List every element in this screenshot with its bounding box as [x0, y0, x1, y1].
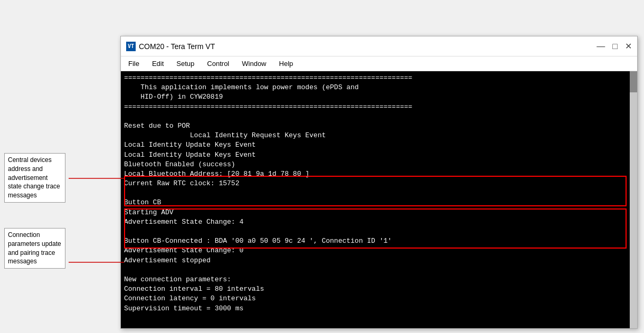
- menu-edit[interactable]: Edit: [150, 59, 166, 69]
- terminal-content: ========================================…: [124, 73, 634, 323]
- close-button[interactable]: ✕: [625, 42, 632, 51]
- scrollbar[interactable]: [630, 71, 637, 328]
- menu-help[interactable]: Help: [277, 59, 296, 69]
- menu-window[interactable]: Window: [240, 59, 268, 69]
- menu-bar: File Edit Setup Control Window Help: [121, 56, 637, 71]
- annotation-connection-params: Connection parameters update and pairing…: [4, 228, 65, 269]
- title-bar: VT COM20 - Tera Term VT — □ ✕: [121, 36, 637, 56]
- app-icon: VT: [126, 42, 136, 51]
- minimize-button[interactable]: —: [596, 42, 605, 51]
- maximize-button[interactable]: □: [612, 42, 618, 51]
- window-title: COM20 - Tera Term VT: [139, 42, 215, 51]
- menu-control[interactable]: Control: [205, 59, 231, 69]
- title-bar-left: VT COM20 - Tera Term VT: [126, 42, 215, 51]
- annotation-1-text: Central devices address and advertisemen…: [8, 156, 60, 199]
- terminal-window: VT COM20 - Tera Term VT — □ ✕ File Edit …: [120, 36, 638, 329]
- window-controls: — □ ✕: [596, 42, 632, 51]
- menu-file[interactable]: File: [126, 59, 141, 69]
- terminal-area[interactable]: ========================================…: [121, 71, 637, 328]
- menu-setup[interactable]: Setup: [174, 59, 196, 69]
- annotation-central-devices: Central devices address and advertisemen…: [4, 153, 65, 203]
- annotation-2-text: Connection parameters update and pairing…: [8, 231, 61, 265]
- scrollbar-thumb[interactable]: [630, 71, 637, 92]
